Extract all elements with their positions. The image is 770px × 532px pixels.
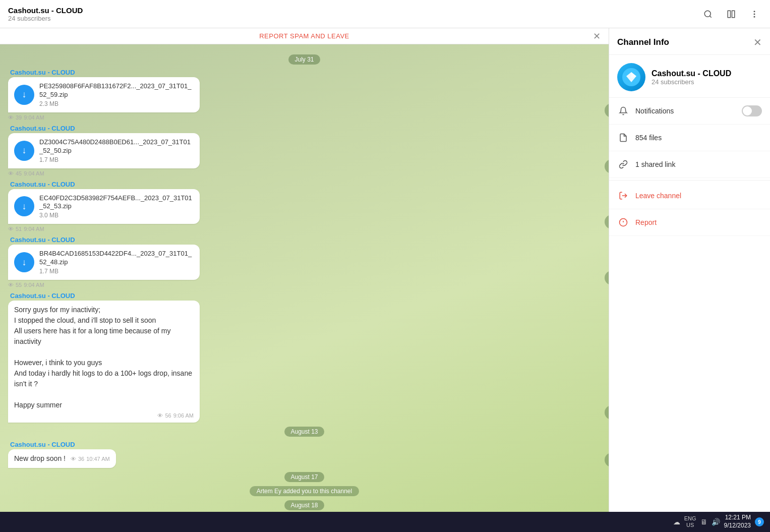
date-divider-july31: July 31 [8,54,601,65]
message-2: Cashout.su - CLOUD ↓ DZ3004C75A480D2488B… [8,125,601,176]
message-6: Cashout.su - CLOUD New drop soon ! 👁 36 … [8,441,601,468]
views-count: 39 [16,114,22,121]
message-1: Cashout.su - CLOUD ↓ PE3259808F6FAF8B131… [8,69,601,121]
download-icon[interactable]: ↓ [14,196,34,216]
volume-icon: 🔊 [712,518,720,526]
channel-subs: 24 subscribers [651,78,731,86]
views-count: 45 [16,170,22,176]
shared-link-row[interactable]: 1 shared link [609,151,770,178]
views-icon: 👁 [8,226,14,232]
svg-point-6 [754,16,755,17]
report-label: Report [635,218,657,226]
svg-line-1 [709,16,711,17]
leave-channel-row[interactable]: Leave channel [609,183,770,209]
message-time: 9:06 AM [173,412,194,419]
svg-point-4 [754,11,755,12]
forward-button[interactable]: ↪ [605,103,609,117]
columns-button[interactable] [724,7,739,22]
report-icon [617,216,629,228]
message-time: 9:04 AM [24,170,44,176]
views-count: 36 [78,456,84,462]
link-icon [617,158,629,170]
more-button[interactable] [747,7,762,22]
message-4: Cashout.su - CLOUD ↓ BR4B4CAD1685153D442… [8,236,601,288]
system-badge: Artem Ey added you to this channel [250,486,359,496]
system-message: Artem Ey added you to this channel [8,486,601,496]
message-text: Sorry guys for my inactivity; I stopped … [14,305,194,410]
forward-button[interactable]: ↪ [605,271,609,285]
message-time: 9:04 AM [24,282,44,288]
taskbar-clock: 12:21 PM 9/12/2023 [724,514,751,529]
notification-badge[interactable]: 9 [755,517,764,526]
date-badge: August 13 [284,427,324,437]
file-info: DZ3004C75A480D2488B0ED61..._2023_07_31T0… [39,138,194,163]
monitor-icon: 🖥 [700,518,707,526]
file-info: EC40FD2C3D583982F754AEFB..._2023_07_31T0… [39,194,194,219]
chat-title: Cashout.su - CLOUD [8,6,83,15]
notifications-row[interactable]: Notifications [609,98,770,125]
right-panel-title: Channel Info [617,37,669,47]
channel-name: Cashout.su - CLOUD [651,69,731,78]
message-sender: Cashout.su - CLOUD [8,181,75,188]
views-icon: 👁 [8,170,14,176]
views-count: 56 [165,412,171,419]
file-info: BR4B4CAD1685153D4422DF4..._2023_07_31T01… [39,250,194,275]
channel-avatar [617,63,645,91]
chat-panel: REPORT SPAM AND LEAVE ✕ July 31 Cashout.… [0,28,609,512]
message-sender: Cashout.su - CLOUD [8,441,75,448]
views-icon: 👁 [157,412,163,419]
forward-button[interactable]: ↪ [605,405,609,420]
text-bubble: New drop soon ! 👁 36 10:47 AM [8,449,116,468]
date-badge: July 31 [288,54,320,65]
download-icon[interactable]: ↓ [14,252,34,272]
file-size: 2.3 MB [39,100,194,107]
top-bar: Cashout.su - CLOUD 24 subscribers [0,0,770,28]
file-size: 1.7 MB [39,268,194,275]
shared-link-label: 1 shared link [635,160,762,168]
message-sender: Cashout.su - CLOUD [8,292,75,300]
svg-rect-3 [732,11,735,18]
views-icon: 👁 [8,282,14,288]
svg-rect-2 [728,11,730,18]
chat-background[interactable]: July 31 Cashout.su - CLOUD ↓ PE3259808F6… [0,44,609,512]
forward-button[interactable]: ↪ [605,453,609,467]
file-bubble: ↓ PE3259808F6FAF8B131672F2..._2023_07_31… [8,77,200,112]
message-text: New drop soon ! [14,453,66,464]
spam-close-button[interactable]: ✕ [593,31,601,42]
right-panel-header: Channel Info ✕ [609,28,770,55]
message-meta: 👁 55 9:04 AM [8,282,44,288]
message-sender: Cashout.su - CLOUD [8,125,75,132]
views-icon: 👁 [8,114,14,121]
message-meta: 👁 51 9:04 AM [8,226,44,232]
spam-text: REPORT SPAM AND LEAVE [259,32,349,40]
message-sender: Cashout.su - CLOUD [8,69,75,76]
notifications-toggle[interactable] [742,105,762,116]
file-name: BR4B4CAD1685153D4422DF4..._2023_07_31T01… [39,250,194,267]
message-sender: Cashout.su - CLOUD [8,236,75,244]
forward-button[interactable]: ↪ [605,215,609,229]
file-bubble: ↓ DZ3004C75A480D2488B0ED61..._2023_07_31… [8,133,200,168]
panel-divider [609,180,770,181]
views-icon: 👁 [71,456,76,462]
files-row[interactable]: 854 files [609,125,770,151]
file-size: 3.0 MB [39,212,194,219]
message-time: 9:04 AM [24,226,44,232]
spam-bar: REPORT SPAM AND LEAVE ✕ [0,28,609,44]
leave-icon [617,190,629,202]
taskbar: ☁ ENG US 🖥 🔊 12:21 PM 9/12/2023 9 [0,512,770,532]
message-time: 9:04 AM [24,114,44,121]
svg-point-5 [754,13,755,15]
download-icon[interactable]: ↓ [14,141,34,161]
files-label: 854 files [635,134,762,142]
message-meta: 👁 56 9:06 AM [14,412,194,419]
forward-button[interactable]: ↪ [605,159,609,173]
cloud-icon: ☁ [673,518,680,526]
date-divider-aug13: August 13 [8,427,601,437]
chat-subtitle: 24 subscribers [8,15,83,22]
message-meta: 👁 39 9:04 AM [8,114,44,121]
download-icon[interactable]: ↓ [14,85,34,105]
report-row[interactable]: Report [609,209,770,236]
chat-title-area: Cashout.su - CLOUD 24 subscribers [8,6,83,22]
close-panel-button[interactable]: ✕ [753,36,762,48]
search-button[interactable] [700,7,716,22]
